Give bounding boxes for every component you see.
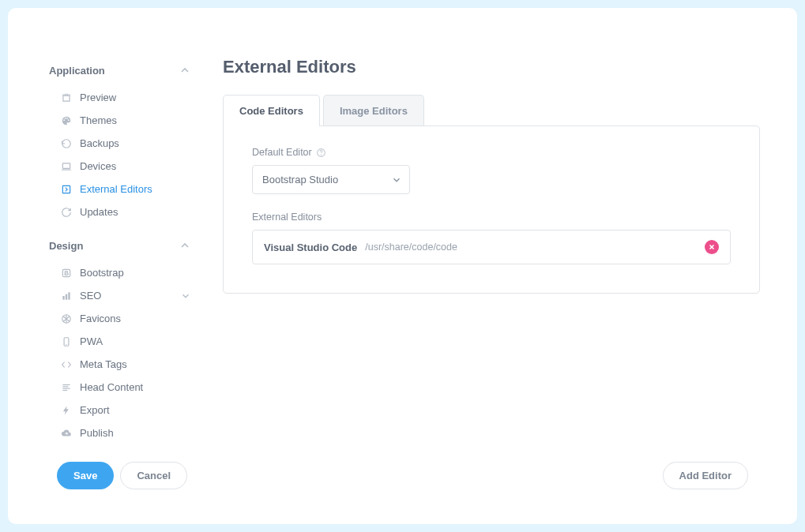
sidebar-item-label: Bootstrap	[80, 267, 124, 279]
sidebar-item-label: Favicons	[80, 313, 121, 324]
section-items-application: Preview Themes Backups Devices	[49, 86, 191, 223]
sidebar-item-label: Backups	[80, 137, 119, 149]
aperture-icon	[61, 313, 72, 324]
smartphone-icon	[61, 336, 72, 347]
main-content: External Editors Code Editors Image Edit…	[223, 57, 760, 294]
sidebar-item-backups[interactable]: Backups	[49, 132, 191, 155]
default-editor-label: Default Editor	[252, 147, 731, 158]
sidebar-item-external-editors[interactable]: External Editors	[49, 178, 191, 200]
section-title: Application	[49, 65, 105, 77]
sidebar: Application Preview Themes	[49, 59, 191, 455]
chevron-up-icon	[179, 239, 191, 252]
sidebar-item-bootstrap[interactable]: Bootstrap	[49, 261, 191, 284]
svg-rect-6	[68, 292, 70, 299]
sidebar-item-favicons[interactable]: Favicons	[49, 307, 191, 330]
palette-icon	[61, 115, 72, 126]
footer: Save Cancel Add Editor	[57, 462, 748, 489]
chart-icon	[61, 290, 72, 302]
sidebar-item-label: Publish	[80, 427, 114, 439]
help-icon[interactable]	[316, 148, 326, 158]
sidebar-item-label: SEO	[80, 290, 101, 302]
tab-image-editors[interactable]: Image Editors	[323, 95, 424, 126]
default-editor-select[interactable]: Bootstrap Studio	[252, 165, 410, 194]
sidebar-item-label: External Editors	[80, 183, 152, 195]
sidebar-item-label: Preview	[80, 92, 116, 103]
section-title: Design	[49, 240, 83, 252]
remove-editor-button[interactable]	[705, 240, 719, 254]
sidebar-item-label: Meta Tags	[80, 358, 127, 370]
sidebar-item-pwa[interactable]: PWA	[49, 330, 191, 353]
sidebar-item-meta-tags[interactable]: Meta Tags	[49, 353, 191, 376]
tabs: Code Editors Image Editors	[223, 95, 760, 126]
save-button[interactable]: Save	[57, 462, 114, 489]
svg-rect-0	[62, 163, 70, 167]
section-items-design: Bootstrap SEO Favicons	[49, 261, 191, 444]
section-header-design[interactable]: Design	[49, 234, 191, 257]
sidebar-item-label: PWA	[80, 335, 103, 347]
external-editors-label: External Editors	[252, 212, 731, 223]
sidebar-item-label: Head Content	[80, 381, 143, 393]
sidebar-item-themes[interactable]: Themes	[49, 109, 191, 132]
sidebar-item-devices[interactable]: Devices	[49, 155, 191, 178]
default-editor-select-wrap: Bootstrap Studio	[252, 165, 410, 194]
bootstrap-icon	[61, 268, 72, 279]
sidebar-item-updates[interactable]: Updates	[49, 200, 191, 223]
history-icon	[61, 138, 72, 149]
bolt-icon	[61, 405, 72, 416]
sidebar-item-label: Themes	[80, 114, 117, 126]
close-icon	[708, 240, 716, 254]
refresh-icon	[61, 207, 72, 218]
svg-point-18	[321, 154, 322, 155]
align-left-icon	[61, 382, 72, 393]
tab-panel: Default Editor Bootstrap Studio External…	[223, 126, 760, 294]
chevron-down-icon	[180, 290, 191, 302]
code-icon	[61, 359, 72, 370]
footer-right: Add Editor	[663, 462, 748, 489]
chevron-up-icon	[179, 64, 191, 77]
tab-code-editors[interactable]: Code Editors	[223, 95, 320, 126]
sidebar-item-publish[interactable]: Publish	[49, 421, 191, 444]
cloud-upload-icon	[61, 428, 72, 439]
add-editor-button[interactable]: Add Editor	[663, 462, 748, 489]
section-header-application[interactable]: Application	[49, 59, 191, 81]
sidebar-item-label: Updates	[80, 206, 118, 218]
sidebar-item-seo[interactable]: SEO	[49, 284, 191, 307]
sidebar-item-export[interactable]: Export	[49, 399, 191, 421]
svg-rect-4	[62, 296, 64, 300]
laptop-icon	[61, 161, 72, 172]
cancel-button[interactable]: Cancel	[120, 462, 187, 489]
settings-panel: Application Preview Themes	[8, 8, 797, 524]
svg-rect-2	[62, 185, 70, 193]
editor-path: /usr/share/code/code	[365, 242, 697, 253]
page-title: External Editors	[223, 57, 760, 77]
svg-rect-5	[66, 294, 67, 299]
sidebar-item-label: Devices	[80, 160, 116, 172]
sidebar-item-label: Export	[80, 404, 110, 416]
sidebar-item-preview[interactable]: Preview	[49, 86, 191, 109]
editor-row[interactable]: Visual Studio Code /usr/share/code/code	[252, 230, 731, 264]
sidebar-item-head-content[interactable]: Head Content	[49, 376, 191, 399]
preview-icon	[61, 92, 72, 103]
editor-name: Visual Studio Code	[264, 242, 357, 253]
external-editor-icon	[61, 184, 72, 195]
